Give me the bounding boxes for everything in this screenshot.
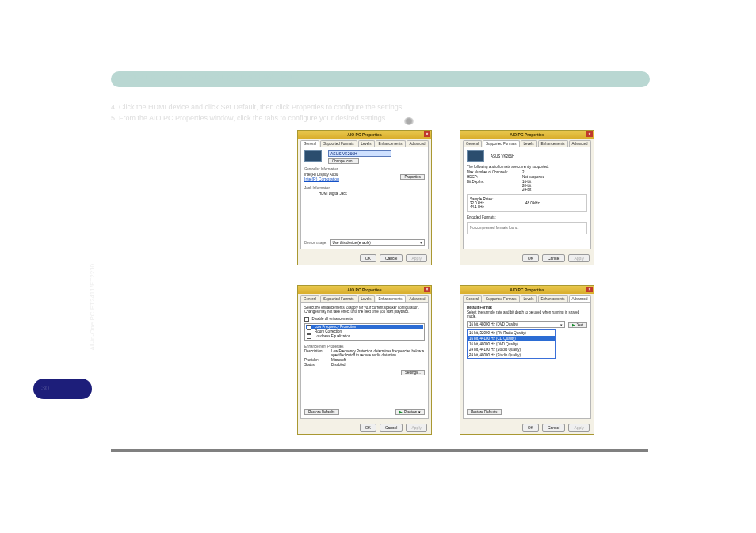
preview-label: Preview	[404, 410, 417, 414]
ok-button[interactable]: OK	[360, 254, 376, 262]
monitor-icon	[467, 150, 484, 162]
tab-supported-formats[interactable]: Supported Formats	[483, 295, 520, 302]
body-text-line-2: 5. From the AIO PC Properties window, cl…	[111, 114, 388, 122]
ok-button[interactable]: OK	[522, 254, 539, 262]
dialog-titlebar[interactable]: AIO PC Properties ×	[298, 131, 431, 139]
enhancement-properties-label: Enhancement Properties	[304, 345, 425, 348]
tab-enhancements[interactable]: Enhancements	[376, 140, 406, 147]
ok-button[interactable]: OK	[360, 424, 376, 432]
dialog-titlebar[interactable]: AIO PC Properties ×	[460, 131, 594, 139]
dialog-titlebar[interactable]: AIO PC Properties ×	[298, 286, 431, 294]
test-label: Test	[577, 323, 583, 327]
section-banner-heading: Configuring the audio output settings vi…	[119, 73, 299, 81]
hdcp-label: HDCP:	[467, 175, 522, 179]
format-option[interactable]: 16 bit, 44100 Hz (CD Quality)	[468, 336, 555, 341]
apply-button[interactable]: Apply	[568, 424, 590, 432]
apply-button[interactable]: Apply	[406, 254, 427, 262]
restore-defaults-button[interactable]: Restore Defaults	[467, 409, 502, 415]
dialog-titlebar[interactable]: AIO PC Properties ×	[460, 286, 594, 294]
item-label: Loudness Equalization	[315, 334, 350, 338]
device-name: ASUS VK266H	[491, 154, 514, 158]
apply-button[interactable]: Apply	[568, 254, 590, 262]
enhancement-item-loudness[interactable]: Loudness Equalization	[306, 334, 423, 339]
tab-levels[interactable]: Levels	[358, 295, 375, 302]
tab-enhancements[interactable]: Enhancements	[538, 140, 568, 147]
controller-properties-button[interactable]: Properties	[400, 174, 425, 180]
disable-all-checkbox[interactable]	[304, 317, 309, 322]
default-format-intro: Select the sample rate and bit depth to …	[467, 310, 587, 318]
speaker-icon	[404, 117, 414, 125]
tab-advanced[interactable]: Advanced	[407, 295, 429, 302]
dialog-title: AIO PC Properties	[510, 132, 544, 137]
page-number-pill: 30	[33, 379, 92, 399]
tab-supported-formats[interactable]: Supported Formats	[483, 140, 520, 147]
tab-advanced[interactable]: Advanced	[569, 295, 591, 302]
cancel-button[interactable]: Cancel	[542, 254, 566, 262]
item-label: Low Frequency Protection	[315, 325, 356, 329]
tab-enhancements[interactable]: Enhancements	[538, 295, 568, 302]
tab-supported-formats[interactable]: Supported Formats	[320, 295, 357, 302]
default-format-label: Default Format	[467, 306, 587, 310]
tab-levels[interactable]: Levels	[521, 140, 537, 147]
bit-depths-value: 16-bit 20-bit 24-bit	[522, 180, 587, 192]
cancel-button[interactable]: Cancel	[542, 424, 566, 432]
tab-strip: General Supported Formats Levels Enhance…	[298, 139, 431, 147]
tab-general[interactable]: General	[300, 140, 319, 147]
sample-rate-3: 44.1 kHz	[470, 205, 525, 209]
settings-button[interactable]: Settings...	[401, 370, 425, 375]
device-usage-label: Device usage:	[304, 241, 327, 245]
format-option[interactable]: 16 bit, 32000 Hz (FM Radio Quality)	[468, 330, 555, 336]
properties-dialog-general: AIO PC Properties × General Supported Fo…	[297, 130, 432, 265]
format-dropdown-list[interactable]: 16 bit, 32000 Hz (FM Radio Quality) 16 b…	[467, 329, 556, 359]
tab-general[interactable]: General	[300, 295, 319, 302]
description-label: Description:	[304, 349, 331, 357]
close-icon[interactable]: ×	[586, 287, 593, 292]
format-selected: 16 bit, 48000 Hz (DVD Quality)	[469, 322, 518, 326]
restore-defaults-button[interactable]: Restore Defaults	[304, 409, 339, 415]
footer-divider	[111, 449, 648, 452]
tab-enhancements[interactable]: Enhancements	[376, 295, 406, 302]
format-option[interactable]: 16 bit, 48000 Hz (DVD Quality)	[468, 341, 555, 347]
tab-general[interactable]: General	[463, 140, 482, 147]
tab-general[interactable]: General	[463, 295, 482, 302]
tab-levels[interactable]: Levels	[358, 140, 375, 147]
item-label: Room Correction	[315, 329, 342, 333]
page-number: 30	[41, 384, 49, 392]
bit-depths-label: Bit Depths:	[467, 180, 522, 192]
close-icon[interactable]: ×	[586, 131, 593, 137]
chevron-down-icon: ▾	[420, 240, 422, 245]
format-dropdown[interactable]: 16 bit, 48000 Hz (DVD Quality) ▾	[467, 321, 565, 328]
max-channels-value: 2	[522, 170, 587, 174]
item-checkbox[interactable]	[307, 334, 311, 339]
chevron-down-icon: ▾	[560, 322, 563, 327]
chevron-down-icon: ▾	[418, 410, 421, 414]
close-icon[interactable]: ×	[424, 131, 430, 137]
description-value: Low Frequency Protection determines freq…	[331, 349, 425, 357]
ok-button[interactable]: OK	[522, 424, 539, 432]
tab-advanced[interactable]: Advanced	[407, 140, 429, 147]
device-usage-dropdown[interactable]: Use this device (enable) ▾	[330, 239, 425, 246]
tab-strip: General Supported Formats Levels Enhance…	[460, 294, 594, 302]
test-button[interactable]: ▶Test	[568, 322, 587, 328]
provider-value: Microsoft	[331, 358, 425, 362]
enhancements-intro: Select the enhancements to apply for you…	[304, 306, 425, 314]
provider-label: Provider:	[304, 358, 331, 362]
encoded-formats-label: Encoded Formats:	[467, 215, 587, 219]
close-icon[interactable]: ×	[424, 287, 430, 292]
cancel-button[interactable]: Cancel	[380, 254, 403, 262]
format-option[interactable]: 24 bit, 48000 Hz (Studio Quality)	[468, 352, 555, 358]
apply-button[interactable]: Apply	[406, 424, 427, 432]
disable-all-label: Disable all enhancements	[311, 317, 353, 321]
change-icon-button[interactable]: Change Icon...	[328, 158, 359, 164]
tab-levels[interactable]: Levels	[521, 295, 537, 302]
controller-vendor-link[interactable]: Intel(R) Corporation	[304, 177, 339, 181]
tab-advanced[interactable]: Advanced	[569, 140, 591, 147]
cancel-button[interactable]: Cancel	[380, 424, 403, 432]
encoded-formats-value: No compressed formats found.	[470, 226, 519, 230]
dialog-title: AIO PC Properties	[347, 132, 381, 137]
preview-button[interactable]: ▶Preview▾	[395, 409, 425, 415]
format-option[interactable]: 24 bit, 44100 Hz (Studio Quality)	[468, 347, 555, 352]
device-name-input[interactable]: ASUS VK266H	[328, 150, 391, 157]
tab-supported-formats[interactable]: Supported Formats	[320, 140, 357, 147]
controller-info-label: Controller Information	[304, 167, 425, 171]
